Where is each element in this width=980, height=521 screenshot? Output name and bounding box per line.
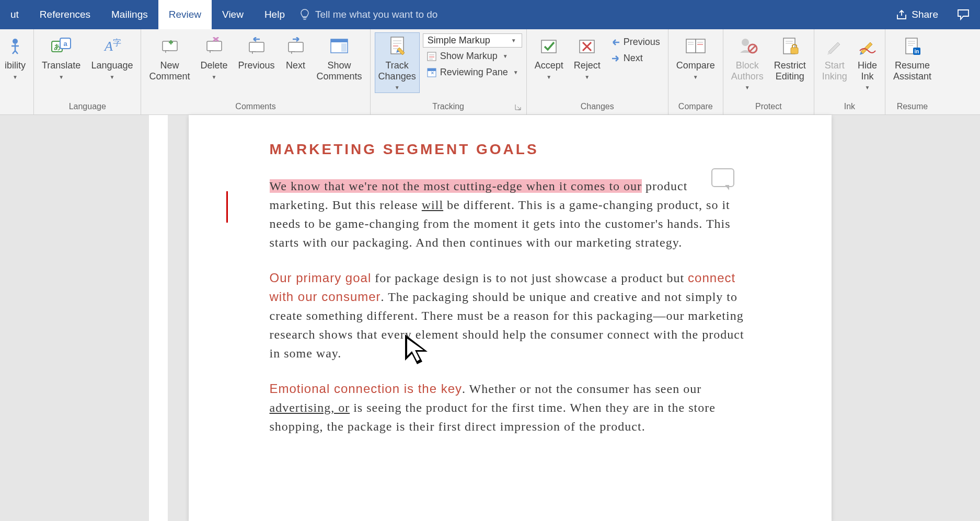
ribbon: ibility ▼ あa Translate ▼ A字 Language ▼ [0,29,980,115]
block-authors-button: Block Authors ▼ [728,32,767,93]
comment-marker[interactable] [711,168,734,187]
language-button[interactable]: A字 Language ▼ [87,32,136,83]
tab-label: Review [169,9,201,20]
show-markup-button[interactable]: Show Markup ▼ [423,49,522,64]
tab-label: View [222,9,244,20]
paragraph-1: We know that we're not the most cutting-… [270,177,751,252]
svg-line-35 [750,45,756,52]
tab-help[interactable]: Help [254,0,295,29]
tab-mailings[interactable]: Mailings [101,0,158,29]
previous-change-button[interactable]: Previous [607,34,664,50]
tab-view[interactable]: View [212,0,254,29]
markup-mode-select[interactable]: Simple Markup ▼ [423,33,522,48]
group-comments: New Comment Delete ▼ Previous Next [141,29,370,114]
svg-rect-19 [428,52,436,61]
btn-label: Delete [201,60,228,71]
group-accessibility-partial: ibility ▼ [0,29,34,114]
start-inking-icon [825,35,844,58]
share-button[interactable]: Share [887,0,947,29]
btn-label: Start Inking [822,60,847,82]
svg-text:in: in [915,49,919,54]
tab-label: Mailings [111,9,148,20]
restrict-editing-icon [780,35,799,58]
next-comment-button[interactable]: Next [282,32,310,74]
chevron-down-icon: ▼ [546,74,551,80]
dialog-launcher-icon[interactable] [515,104,521,110]
tab-layout-partial[interactable]: ut [0,0,29,29]
resume-assistant-button[interactable]: in Resume Assistant [890,32,935,84]
restrict-editing-button[interactable]: Restrict Editing [770,32,810,84]
show-comments-button[interactable]: Show Comments [313,32,366,84]
group-label: Tracking [375,102,522,113]
svg-rect-25 [541,40,556,53]
btn-label: Language [91,60,133,71]
page-title: MARKETING SEGMENT GOALS [270,141,751,158]
previous-comment-icon [246,35,267,58]
btn-label: Accept [535,60,563,71]
chevron-down-icon: ▼ [109,74,114,80]
new-comment-icon [159,35,180,58]
translate-button[interactable]: あa Translate ▼ [38,32,84,83]
new-comment-button[interactable]: New Comment [145,32,193,84]
reject-button[interactable]: Reject ▼ [570,32,604,83]
comment-icon [957,9,970,20]
chevron-down-icon: ▼ [511,38,516,43]
feedback-button[interactable] [947,0,980,29]
markup-mode-value: Simple Markup [428,35,490,46]
document-page[interactable]: MARKETING SEGMENT GOALS We know that we'… [189,115,832,521]
tab-label: ut [10,9,19,20]
svg-rect-12 [331,39,348,42]
svg-rect-13 [341,43,347,52]
group-protect: Block Authors ▼ Restrict Editing Protect [723,29,814,114]
btn-label: Resume Assistant [893,60,931,82]
btn-label: Next [286,60,305,71]
share-icon [896,9,907,20]
previous-comment-button[interactable]: Previous [235,32,279,74]
btn-label: Show Comments [317,60,362,82]
tab-label: Help [264,9,285,20]
next-change-button[interactable]: Next [607,51,664,66]
btn-label: Hide Ink [858,60,877,82]
group-label: Resume [890,102,935,113]
chevron-down-icon: ▼ [59,74,64,80]
underlined-text: advertising, or [270,401,350,414]
resume-assistant-icon: in [903,35,921,58]
group-resume: in Resume Assistant Resume [885,29,939,114]
delete-comment-button[interactable]: Delete ▼ [197,32,232,83]
tab-references[interactable]: References [29,0,101,29]
hide-ink-button[interactable]: Hide Ink ▼ [854,32,881,93]
btn-label: Previous [624,37,660,48]
chevron-down-icon: ▼ [584,74,590,80]
ribbon-tab-bar: ut References Mailings Review View Help … [0,0,980,29]
track-changes-button[interactable]: Track Changes ▼ [375,32,420,93]
btn-label: Restrict Editing [774,60,806,82]
translate-icon: あa [51,35,72,58]
compare-button[interactable]: Compare ▼ [673,32,719,83]
document-viewport[interactable]: MARKETING SEGMENT GOALS We know that we'… [0,115,980,521]
language-icon: A字 [101,35,122,58]
accept-button[interactable]: Accept ▼ [531,32,567,83]
svg-rect-8 [207,41,222,51]
check-accessibility-button[interactable]: ibility ▼ [1,32,29,83]
chevron-down-icon: ▼ [13,74,18,80]
tell-me-search[interactable]: Tell me what you want to do [299,0,437,29]
svg-text:あ: あ [54,43,61,51]
btn-label: Reject [574,60,601,71]
svg-point-0 [13,39,18,44]
btn-label: Translate [42,60,80,71]
btn-label: New Comment [149,60,190,82]
accent-text: Emotional connection is the key [270,381,463,396]
track-changes-icon [387,35,408,58]
tab-review[interactable]: Review [158,0,212,29]
share-label: Share [912,9,938,20]
next-comment-icon [285,35,306,58]
btn-label: Show Markup [440,51,498,62]
group-compare: Compare ▼ Compare [668,29,723,114]
accept-icon [539,35,558,58]
btn-label: Block Authors [731,60,764,82]
reviewing-pane-button[interactable]: Reviewing Pane ▼ [423,65,522,80]
reject-icon [578,35,596,58]
chevron-down-icon: ▼ [745,85,750,90]
accent-text: Our primary goal [270,271,372,285]
change-indicator-bar[interactable] [226,191,228,223]
